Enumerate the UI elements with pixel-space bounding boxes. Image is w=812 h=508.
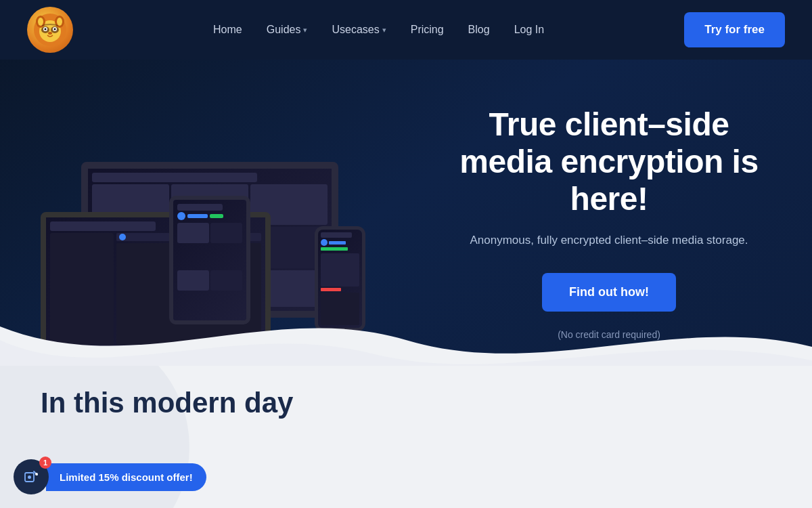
nav-links: Home Guides ▾ Usecases ▾ Pricing Blog xyxy=(213,24,544,36)
nav-home[interactable]: Home xyxy=(213,24,242,36)
nav-pricing[interactable]: Pricing xyxy=(411,24,444,36)
hero-title: True client–side media encryption is her… xyxy=(447,106,771,218)
nav-login[interactable]: Log In xyxy=(514,24,544,36)
discount-bell-icon xyxy=(22,468,40,486)
nav-usecases[interactable]: Usecases ▾ xyxy=(332,24,386,36)
discount-icon-wrap[interactable]: 1 xyxy=(14,459,49,494)
svg-point-5 xyxy=(57,18,62,26)
svg-point-10 xyxy=(45,28,47,30)
svg-point-4 xyxy=(38,18,43,26)
hero-subtitle: Anonymous, fully encrypted client–side m… xyxy=(447,232,771,249)
discount-badge[interactable]: 1 Limited 15% discount offer! xyxy=(14,459,206,494)
svg-point-16 xyxy=(35,473,38,475)
svg-point-14 xyxy=(28,475,31,479)
nav-guides[interactable]: Guides ▾ xyxy=(267,24,308,36)
discount-label: Limited 15% discount offer! xyxy=(46,463,206,491)
svg-point-11 xyxy=(54,28,56,30)
guides-chevron-icon: ▾ xyxy=(303,26,307,35)
usecases-chevron-icon: ▾ xyxy=(382,26,386,35)
hero-section: Home Guides ▾ Usecases ▾ Pricing Blog xyxy=(0,0,812,386)
svg-point-12 xyxy=(48,32,52,35)
try-free-button[interactable]: Try for free xyxy=(684,12,785,47)
discount-count-badge: 1 xyxy=(39,457,51,469)
navbar: Home Guides ▾ Usecases ▾ Pricing Blog xyxy=(0,0,812,60)
lower-heading: In this modern day xyxy=(41,386,293,420)
nav-blog[interactable]: Blog xyxy=(468,24,490,36)
logo[interactable] xyxy=(27,7,73,53)
